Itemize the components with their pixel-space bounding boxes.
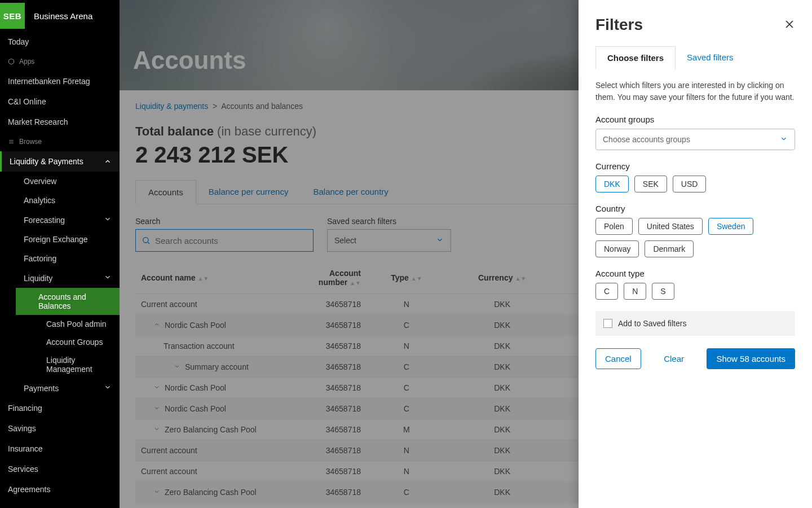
account-type-label: Account type bbox=[595, 269, 795, 278]
brand-logo: SEB bbox=[0, 3, 25, 29]
sidebar-factoring[interactable]: Factoring bbox=[16, 249, 120, 268]
logo-row: SEB Business Arena bbox=[0, 0, 120, 32]
sidebar-app-2[interactable]: Market Research bbox=[0, 112, 120, 132]
checkbox-icon[interactable] bbox=[603, 319, 612, 328]
filters-tab-saved[interactable]: Saved filters bbox=[676, 46, 745, 69]
sidebar-section-browse: Browse bbox=[0, 132, 120, 151]
sidebar-payments[interactable]: Payments bbox=[16, 378, 120, 398]
brand-name: Business Arena bbox=[25, 11, 92, 21]
country-chip-united-states[interactable]: United States bbox=[638, 218, 703, 235]
currency-chip-usd[interactable]: USD bbox=[673, 176, 707, 192]
sidebar-liquidity[interactable]: Liquidity bbox=[16, 268, 120, 288]
account-type-chip-n[interactable]: N bbox=[624, 283, 646, 300]
add-to-saved-row[interactable]: Add to Saved filters bbox=[595, 311, 795, 336]
currency-label: Currency bbox=[595, 161, 795, 171]
cube-icon bbox=[8, 58, 15, 65]
menu-icon bbox=[8, 139, 15, 144]
sidebar-app-0[interactable]: Internetbanken Företag bbox=[0, 71, 120, 91]
main: Accounts Liquidity & payments > Accounts… bbox=[120, 0, 812, 508]
filters-intro: Select which filters you are interested … bbox=[595, 80, 795, 103]
sidebar-services[interactable]: Services bbox=[0, 459, 120, 479]
sidebar-forecasting[interactable]: Forecasting bbox=[16, 210, 120, 230]
country-chip-norway[interactable]: Norway bbox=[595, 240, 639, 257]
close-icon[interactable] bbox=[784, 19, 795, 32]
sidebar-liquidity-management[interactable]: Liquidity Management bbox=[38, 351, 120, 378]
country-chip-sweden[interactable]: Sweden bbox=[708, 218, 754, 235]
filters-panel: Filters Choose filters Saved filters Sel… bbox=[579, 0, 812, 508]
chevron-down-icon bbox=[104, 215, 112, 225]
sidebar-overview[interactable]: Overview bbox=[16, 172, 120, 191]
sidebar-cashpool-admin[interactable]: Cash Pool admin bbox=[38, 315, 120, 333]
currency-chip-dkk[interactable]: DKK bbox=[595, 176, 629, 192]
clear-button[interactable]: Clear bbox=[654, 348, 694, 369]
account-groups-label: Account groups bbox=[595, 115, 795, 124]
sidebar-account-groups[interactable]: Account Groups bbox=[38, 333, 120, 351]
cancel-button[interactable]: Cancel bbox=[595, 348, 641, 369]
sidebar-app-1[interactable]: C&I Online bbox=[0, 91, 120, 112]
sidebar-agreements[interactable]: Agreements bbox=[0, 479, 120, 500]
sidebar-insurance[interactable]: Insurance bbox=[0, 439, 120, 459]
chevron-down-icon bbox=[780, 135, 788, 144]
chevron-down-icon bbox=[104, 383, 112, 393]
sidebar-accounts-balances[interactable]: Accounts and Balances bbox=[16, 288, 120, 315]
chevron-down-icon bbox=[104, 273, 112, 283]
country-label: Country bbox=[595, 204, 795, 213]
apply-filters-button[interactable]: Show 58 accounts bbox=[707, 348, 795, 369]
currency-chip-sek[interactable]: SEK bbox=[634, 176, 667, 192]
sidebar-today[interactable]: Today bbox=[0, 32, 120, 52]
account-type-chip-s[interactable]: S bbox=[652, 283, 674, 300]
chevron-up-icon bbox=[104, 157, 112, 165]
account-groups-select[interactable]: Choose accounts groups bbox=[595, 129, 795, 150]
country-chip-polen[interactable]: Polen bbox=[595, 218, 633, 235]
sidebar-section-liquidity-payments[interactable]: Liquidity & Payments bbox=[0, 151, 120, 172]
sidebar: SEB Business Arena Today Apps Internetba… bbox=[0, 0, 120, 508]
sidebar-section-apps: Apps bbox=[0, 52, 120, 71]
country-chip-denmark[interactable]: Denmark bbox=[645, 240, 694, 257]
sidebar-financing[interactable]: Financing bbox=[0, 398, 120, 418]
sidebar-analytics[interactable]: Analytics bbox=[16, 191, 120, 210]
sidebar-fx[interactable]: Foreign Exchange bbox=[16, 230, 120, 249]
filters-tab-choose[interactable]: Choose filters bbox=[595, 46, 676, 69]
account-type-chip-c[interactable]: C bbox=[595, 283, 618, 300]
filters-title: Filters bbox=[595, 16, 643, 34]
sidebar-savings[interactable]: Savings bbox=[0, 418, 120, 439]
